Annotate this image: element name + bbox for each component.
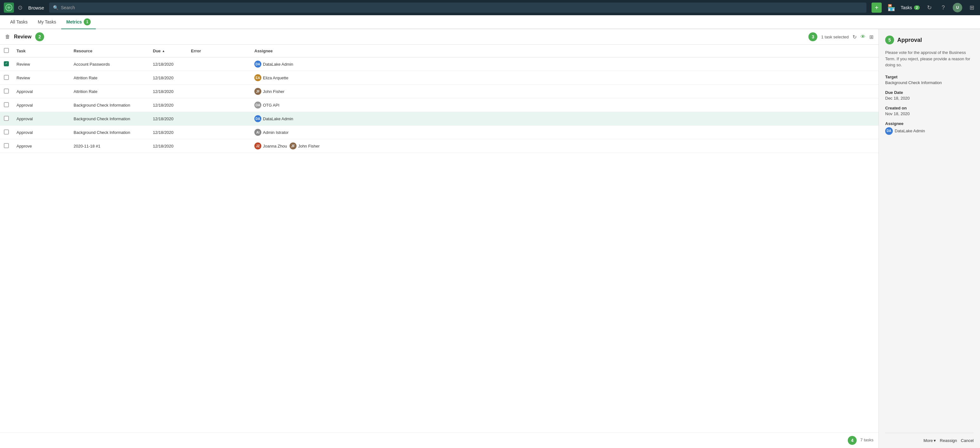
logo[interactable]: [4, 3, 14, 13]
eye-icon[interactable]: 👁: [861, 34, 865, 40]
row-checkbox-cell: [0, 85, 13, 98]
row-checkbox[interactable]: [4, 102, 9, 107]
table-row[interactable]: ApprovalBackground Check Information12/1…: [0, 112, 878, 126]
row-assignee: DADataLake Admin: [251, 57, 878, 71]
row-assignee: JFJohn Fisher: [251, 85, 878, 98]
toolbar-right: 3 1 task selected ↻ 👁 ⊞: [808, 32, 873, 41]
table-row[interactable]: Approve2020-11-18 #112/18/2020JZJoanna Z…: [0, 139, 878, 153]
step-3-badge: 3: [808, 32, 817, 41]
detail-target-value: Background Check Information: [885, 80, 974, 85]
assignee-name: DataLake Admin: [263, 116, 293, 121]
trash-icon[interactable]: 🗑: [5, 34, 10, 40]
reassign-button[interactable]: Reassign: [940, 438, 957, 443]
assignee-avatar: DA: [255, 61, 261, 68]
search-icon: 🔍: [53, 5, 58, 10]
detail-due-date-label: Due Date: [885, 90, 974, 95]
marketplace-icon[interactable]: 🏪: [887, 3, 896, 12]
row-assignee: DADataLake Admin: [251, 112, 878, 126]
detail-assignee-row: DA DataLake Admin: [885, 127, 974, 135]
row-assignee: EAEliza Arquette: [251, 71, 878, 85]
search-bar[interactable]: 🔍 Search: [49, 3, 867, 13]
detail-created-on-field: Created on Nov 18, 2020: [885, 106, 974, 116]
more-button[interactable]: More ▾: [924, 438, 936, 443]
detail-due-date-value: Dec 18, 2020: [885, 96, 974, 100]
row-resource: Background Check Information: [70, 98, 149, 112]
row-checkbox[interactable]: [4, 116, 9, 121]
row-checkbox[interactable]: [4, 129, 9, 134]
table-scroll: Task Resource Due ▲ Error: [0, 45, 878, 432]
tab-my-tasks-label: My Tasks: [38, 19, 56, 24]
search-placeholder: Search: [61, 5, 75, 10]
row-assignee: JZJoanna ZhouJFJohn Fisher: [251, 139, 878, 153]
grid-icon[interactable]: ⊞: [869, 34, 873, 40]
row-resource: Background Check Information: [70, 112, 149, 126]
cancel-label: Cancel: [961, 438, 974, 443]
row-task: Review: [13, 57, 70, 71]
top-nav: ⊙ Browse 🔍 Search + 🏪 Tasks 2 ↻ ? U ⊞: [0, 0, 980, 15]
detail-assignee-initials: DA: [887, 129, 891, 132]
row-assignee: AIAdmin Istrator: [251, 126, 878, 139]
row-checkbox-cell: [0, 112, 13, 126]
row-task: Review: [13, 71, 70, 85]
task-table: Task Resource Due ▲ Error: [0, 45, 878, 153]
col-resource-label: Resource: [73, 49, 92, 53]
assignee-avatar: EA: [255, 74, 261, 81]
sort-arrow-up: ▲: [162, 49, 165, 53]
row-task: Approval: [13, 126, 70, 139]
step-2-badge: 2: [35, 32, 44, 41]
detail-assignee-name: DataLake Admin: [895, 129, 925, 133]
tasks-nav[interactable]: Tasks 2: [901, 5, 920, 10]
row-checkbox[interactable]: [4, 75, 9, 80]
row-checkbox[interactable]: [4, 143, 9, 148]
table-row[interactable]: ApprovalBackground Check Information12/1…: [0, 126, 878, 139]
browse-label: Browse: [28, 5, 44, 11]
toolbar: 🗑 Review 2 3 1 task selected ↻ 👁 ⊞: [0, 29, 878, 45]
sub-nav: All Tasks My Tasks Metrics 1: [0, 15, 980, 29]
col-header-resource[interactable]: Resource: [70, 45, 149, 57]
assignee-item: OAOTG API: [255, 102, 279, 108]
tab-my-tasks[interactable]: My Tasks: [33, 15, 61, 29]
tab-all-tasks[interactable]: All Tasks: [5, 15, 33, 29]
refresh-icon[interactable]: ↻: [853, 34, 857, 40]
col-header-error[interactable]: Error: [187, 45, 251, 57]
plus-button[interactable]: +: [872, 3, 882, 13]
help-icon[interactable]: ?: [939, 3, 948, 12]
row-error: [187, 139, 251, 153]
browse-button[interactable]: Browse: [26, 4, 47, 12]
detail-assignee-label: Assignee: [885, 121, 974, 126]
browse-icon: ⊙: [18, 4, 22, 11]
table-row[interactable]: ReviewAccount Passwords12/18/2020DADataL…: [0, 57, 878, 71]
row-resource: Attrition Rate: [70, 71, 149, 85]
col-header-assignee[interactable]: Assignee: [251, 45, 878, 57]
select-all-checkbox[interactable]: [4, 48, 9, 53]
col-header-due[interactable]: Due ▲: [149, 45, 187, 57]
row-checkbox[interactable]: [4, 89, 9, 94]
table-row[interactable]: ReviewAttrition Rate12/18/2020EAEliza Ar…: [0, 71, 878, 85]
col-header-checkbox[interactable]: [0, 45, 13, 57]
row-due: 12/18/2020: [149, 139, 187, 153]
assignee-name: John Fisher: [263, 89, 285, 94]
row-due: 12/18/2020: [149, 126, 187, 139]
row-error: [187, 57, 251, 71]
tab-metrics[interactable]: Metrics 1: [61, 15, 96, 29]
tasks-count-label: 7 tasks: [861, 437, 873, 442]
main-layout: 🗑 Review 2 3 1 task selected ↻ 👁 ⊞: [0, 29, 980, 448]
row-task: Approve: [13, 139, 70, 153]
nav-right: + 🏪 Tasks 2 ↻ ? U ⊞: [872, 3, 976, 13]
table-row[interactable]: ApprovalAttrition Rate12/18/2020JFJohn F…: [0, 85, 878, 98]
row-task: Approval: [13, 98, 70, 112]
apps-icon[interactable]: ⊞: [967, 3, 976, 12]
cancel-button[interactable]: Cancel: [961, 438, 974, 443]
due-sort[interactable]: Due ▲: [153, 49, 183, 53]
assignee-name: Eliza Arquette: [263, 75, 288, 80]
user-avatar[interactable]: U: [953, 3, 962, 13]
assignee-item: EAEliza Arquette: [255, 74, 288, 81]
refresh-nav-icon[interactable]: ↻: [925, 3, 934, 12]
row-checkbox[interactable]: [4, 61, 9, 66]
table-row[interactable]: ApprovalBackground Check Information12/1…: [0, 98, 878, 112]
col-header-task[interactable]: Task: [13, 45, 70, 57]
assignee-item: DADataLake Admin: [255, 61, 293, 68]
assignee-name: Admin Istrator: [263, 130, 289, 135]
table-header-row: Task Resource Due ▲ Error: [0, 45, 878, 57]
detail-panel-header: 5 Approval: [885, 35, 974, 45]
